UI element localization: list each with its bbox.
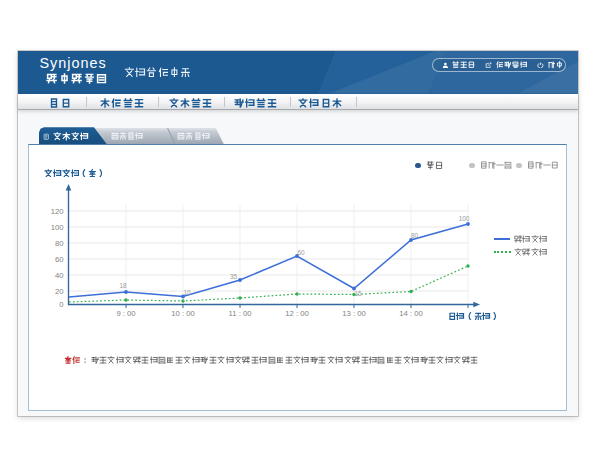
svg-text:20: 20 — [54, 287, 63, 296]
svg-text:13 : 00: 13 : 00 — [342, 309, 366, 318]
svg-text:9 : 00: 9 : 00 — [116, 309, 135, 318]
svg-text:12 : 00: 12 : 00 — [285, 309, 309, 318]
svg-text:18: 18 — [119, 282, 127, 289]
svg-text:14 : 00: 14 : 00 — [399, 309, 423, 318]
svg-text:80: 80 — [54, 239, 63, 248]
svg-text:15: 15 — [354, 290, 362, 297]
svg-text:40: 40 — [54, 271, 63, 280]
svg-text:80: 80 — [410, 232, 418, 239]
svg-text:120: 120 — [50, 207, 63, 216]
svg-text:10: 10 — [183, 289, 191, 296]
svg-text:60: 60 — [297, 249, 305, 256]
svg-text:11 : 00: 11 : 00 — [228, 309, 251, 318]
svg-text:60: 60 — [54, 255, 63, 264]
svg-text:100: 100 — [50, 223, 63, 232]
svg-text:35: 35 — [229, 273, 237, 280]
svg-text:100: 100 — [458, 215, 469, 222]
svg-text:10 : 00: 10 : 00 — [171, 309, 195, 318]
svg-text:0: 0 — [59, 300, 63, 309]
